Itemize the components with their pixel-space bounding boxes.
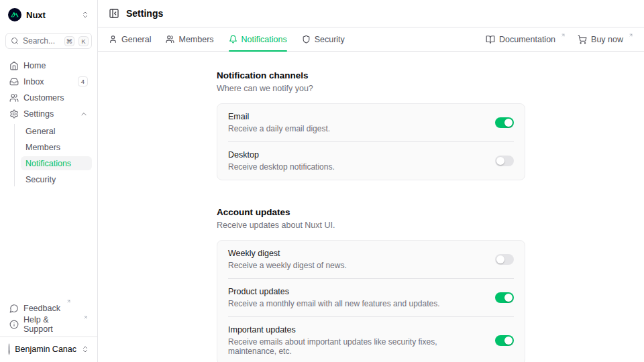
setting-label: Desktop [228, 150, 335, 160]
tab-security[interactable]: Security [302, 27, 345, 51]
subnav-label: General [25, 127, 55, 136]
user-name: Benjamin Canac [15, 345, 76, 354]
product-updates-toggle[interactable] [495, 292, 514, 303]
sidebar: Nuxt Search... ⌘ K Home Inbox 4 [0, 0, 98, 362]
sidebar-item-general[interactable]: General [21, 124, 92, 138]
external-link-icon [561, 33, 566, 38]
users-icon [9, 93, 19, 103]
sidebar-divider [0, 337, 97, 337]
tab-label: Security [315, 35, 345, 44]
setting-row-product-updates: Product updates Receive a monthly email … [217, 279, 525, 316]
setting-description: Receive desktop notifications. [228, 162, 335, 172]
team-selector[interactable]: Nuxt [5, 7, 92, 23]
user-icon [109, 35, 117, 44]
setting-label: Weekly digest [228, 249, 347, 258]
users-icon [166, 35, 174, 44]
sidebar-item-home[interactable]: Home [5, 58, 92, 72]
setting-label: Product updates [228, 287, 440, 296]
nuxt-logo-icon [8, 8, 21, 21]
setting-row-email: Email Receive a daily email digest. [217, 104, 525, 141]
sidebar-item-label: Settings [23, 109, 75, 119]
tabbar-actions: Documentation Buy now [486, 35, 633, 44]
action-label: Buy now [591, 35, 623, 44]
section-notification-channels: Notification channels Where can we notif… [217, 70, 525, 180]
sidebar-item-label: Inbox [23, 77, 73, 86]
buy-now-link[interactable]: Buy now [578, 35, 633, 44]
external-link-icon [629, 33, 633, 38]
tab-general[interactable]: General [109, 27, 151, 51]
main-panel: Settings General Members Notifications [98, 0, 644, 362]
sidebar-footer: Feedback Help & Support [5, 301, 92, 331]
sidebar-item-notifications[interactable]: Notifications [21, 156, 92, 170]
external-link-icon [66, 299, 71, 304]
message-circle-icon [9, 304, 19, 313]
setting-description: Receive a weekly digest of news. [228, 261, 347, 270]
kbd-cmd: ⌘ [64, 36, 75, 46]
tab-label: Members [178, 35, 213, 44]
help-support-link[interactable]: Help & Support [5, 317, 92, 331]
house-icon [9, 61, 19, 70]
section-subtitle: Where can we notify you? [217, 84, 525, 93]
inbox-icon [9, 77, 19, 86]
subnav-label: Notifications [25, 159, 71, 168]
email-toggle[interactable] [495, 117, 514, 128]
settings-card: Email Receive a daily email digest. Desk… [217, 103, 525, 180]
feedback-link[interactable]: Feedback [5, 301, 92, 315]
tab-members[interactable]: Members [166, 27, 213, 51]
section-subtitle: Receive updates about Nuxt UI. [217, 221, 525, 230]
settings-subnav: General Members Notifications Security [14, 124, 92, 186]
tabs: General Members Notifications Security [109, 27, 345, 51]
collapse-sidebar-icon[interactable] [109, 8, 119, 19]
section-account-updates: Account updates Receive updates about Nu… [217, 207, 525, 362]
documentation-link[interactable]: Documentation [486, 35, 566, 44]
setting-description: Receive a monthly email with all new fea… [228, 299, 440, 308]
footer-link-label: Help & Support [23, 315, 77, 334]
sidebar-item-settings[interactable]: Settings [5, 107, 92, 121]
weekly-digest-toggle[interactable] [495, 254, 514, 265]
tab-label: General [121, 35, 151, 44]
footer-link-label: Feedback [23, 304, 60, 313]
setting-description: Receive emails about important updates l… [228, 337, 484, 356]
sidebar-item-members[interactable]: Members [21, 140, 92, 154]
external-link-icon [83, 315, 88, 320]
search-placeholder: Search... [23, 36, 60, 46]
bell-icon [229, 35, 237, 44]
setting-row-desktop: Desktop Receive desktop notifications. [217, 142, 525, 180]
search-icon [11, 37, 19, 45]
setting-row-weekly-digest: Weekly digest Receive a weekly digest of… [217, 241, 525, 278]
page-header: Settings [98, 0, 644, 27]
section-title: Notification channels [217, 70, 525, 80]
setting-label: Important updates [228, 325, 484, 335]
search-input[interactable]: Search... ⌘ K [5, 33, 92, 49]
info-circle-icon [9, 320, 19, 329]
shield-icon [302, 35, 311, 44]
important-updates-toggle[interactable] [495, 335, 514, 346]
chevrons-up-down-icon [81, 11, 89, 19]
chevron-up-icon [80, 110, 88, 118]
tab-label: Notifications [241, 35, 287, 44]
subnav-label: Security [25, 175, 56, 184]
setting-label: Email [228, 112, 330, 121]
tab-notifications[interactable]: Notifications [229, 27, 287, 51]
inbox-count-badge: 4 [78, 76, 88, 86]
kbd-k: K [78, 36, 89, 46]
gear-icon [9, 109, 19, 119]
shopping-cart-icon [578, 35, 587, 44]
subnav-label: Members [25, 143, 60, 152]
desktop-toggle[interactable] [495, 156, 514, 166]
settings-content: Notification channels Where can we notif… [98, 52, 644, 362]
book-open-icon [486, 35, 495, 44]
user-menu[interactable]: Benjamin Canac [5, 342, 92, 357]
setting-row-important-updates: Important updates Receive emails about i… [217, 317, 525, 362]
sidebar-item-inbox[interactable]: Inbox 4 [5, 74, 92, 88]
page-title: Settings [126, 8, 163, 19]
avatar [8, 343, 10, 355]
action-label: Documentation [499, 35, 555, 44]
chevrons-up-down-icon [81, 345, 89, 353]
settings-card: Weekly digest Receive a weekly digest of… [217, 240, 525, 362]
sidebar-item-customers[interactable]: Customers [5, 90, 92, 105]
section-title: Account updates [217, 207, 525, 217]
setting-description: Receive a daily email digest. [228, 124, 330, 133]
sidebar-item-label: Home [23, 61, 88, 70]
sidebar-item-security[interactable]: Security [21, 172, 92, 186]
